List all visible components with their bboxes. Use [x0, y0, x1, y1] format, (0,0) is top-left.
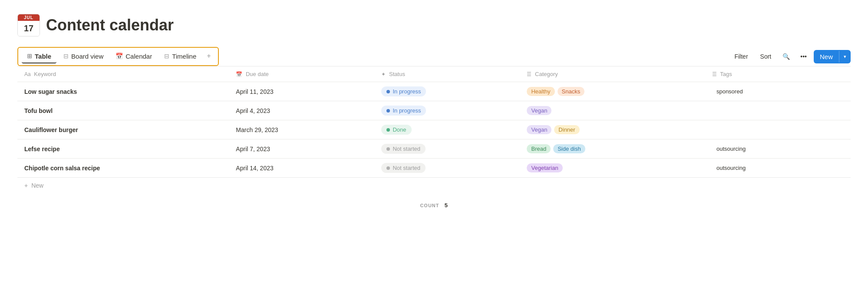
table-row[interactable]: Tofu bowlApril 4, 2023In progressVegan — [17, 101, 851, 120]
col-tags[interactable]: ☰ Tags — [705, 66, 851, 82]
col-keyword[interactable]: Aa Keyword — [17, 66, 229, 82]
category-tag[interactable]: Side dish — [553, 144, 585, 153]
tag-item[interactable]: sponsored — [712, 87, 747, 96]
status-cell[interactable]: Done — [374, 120, 520, 139]
new-button-dropdown-icon[interactable]: ▾ — [839, 51, 851, 63]
tab-board-label: Board view — [71, 53, 103, 60]
new-button-label: New — [814, 50, 839, 63]
category-cell: Vegan — [520, 101, 705, 120]
status-col-icon: ✦ — [381, 71, 386, 77]
tab-table[interactable]: ⊞ Table — [22, 50, 56, 63]
due-date-cell: March 29, 2023 — [229, 120, 374, 139]
keyword-cell[interactable]: Chipotle corn salsa recipe — [17, 159, 229, 178]
calendar-tab-icon: 📅 — [116, 53, 123, 60]
due-date-cell: April 4, 2023 — [229, 101, 374, 120]
tags-cell: sponsored — [705, 82, 851, 101]
status-dot-icon — [386, 109, 390, 113]
keyword-col-icon: Aa — [24, 71, 31, 77]
status-col-label: Status — [389, 71, 405, 77]
view-tabs: ⊞ Table ⊟ Board view 📅 Calendar ⊟ Timeli… — [17, 47, 219, 66]
filter-button[interactable]: Filter — [730, 50, 752, 63]
tags-cell: outsourcing — [705, 139, 851, 159]
due-date-cell: April 11, 2023 — [229, 82, 374, 101]
category-tag[interactable]: Vegan — [527, 125, 551, 134]
category-cell: HealthySnacks — [520, 82, 705, 101]
new-button[interactable]: New ▾ — [814, 50, 851, 63]
status-badge: Not started — [381, 163, 426, 173]
search-icon[interactable]: 🔍 — [779, 50, 793, 63]
category-tag[interactable]: Vegetarian — [527, 163, 562, 172]
keyword-cell[interactable]: Low sugar snacks — [17, 82, 229, 101]
status-cell[interactable]: In progress — [374, 101, 520, 120]
tags-cell — [705, 120, 851, 139]
due-date-col-label: Due date — [246, 71, 269, 77]
tab-calendar-label: Calendar — [125, 53, 152, 60]
status-cell[interactable]: Not started — [374, 159, 520, 178]
category-tag[interactable]: Bread — [527, 144, 551, 153]
keyword-cell[interactable]: Tofu bowl — [17, 101, 229, 120]
tab-timeline-label: Timeline — [172, 53, 196, 60]
table-row[interactable]: Cauliflower burgerMarch 29, 2023DoneVega… — [17, 120, 851, 139]
table-wrapper: Aa Keyword 📅 Due date ✦ Status ☰ Categor… — [17, 66, 851, 217]
sort-label: Sort — [760, 53, 772, 60]
keyword-col-label: Keyword — [34, 71, 56, 77]
status-cell[interactable]: Not started — [374, 139, 520, 159]
category-tag[interactable]: Snacks — [558, 87, 585, 96]
page-title: Content calendar — [46, 16, 174, 34]
add-row-plus-icon: + — [24, 182, 28, 189]
category-cell: BreadSide dish — [520, 139, 705, 159]
category-tag[interactable]: Dinner — [554, 125, 579, 134]
tab-timeline[interactable]: ⊟ Timeline — [159, 50, 201, 63]
tab-table-label: Table — [35, 53, 51, 60]
tab-calendar[interactable]: 📅 Calendar — [110, 50, 157, 63]
due-date-col-icon: 📅 — [236, 71, 242, 77]
status-cell[interactable]: In progress — [374, 82, 520, 101]
status-badge: In progress — [381, 86, 426, 96]
add-row-label: New — [31, 182, 43, 189]
col-category[interactable]: ☰ Category — [520, 66, 705, 82]
add-tab-button[interactable]: + — [203, 50, 214, 63]
status-dot-icon — [386, 147, 390, 151]
tag-item[interactable]: outsourcing — [712, 144, 750, 153]
category-col-label: Category — [535, 71, 558, 77]
board-icon: ⊟ — [63, 53, 69, 60]
col-due-date[interactable]: 📅 Due date — [229, 66, 374, 82]
status-badge: Done — [381, 125, 411, 135]
category-cell: VeganDinner — [520, 120, 705, 139]
add-new-row[interactable]: + New — [17, 178, 851, 193]
calendar-month: JUL — [18, 14, 40, 21]
tags-col-icon: ☰ — [712, 71, 717, 77]
content-table: Aa Keyword 📅 Due date ✦ Status ☰ Categor… — [17, 66, 851, 178]
tag-item[interactable]: outsourcing — [712, 163, 750, 172]
tags-cell — [705, 101, 851, 120]
keyword-cell[interactable]: Lefse recipe — [17, 139, 229, 159]
keyword-cell[interactable]: Cauliflower burger — [17, 120, 229, 139]
col-status[interactable]: ✦ Status — [374, 66, 520, 82]
table-row[interactable]: Chipotle corn salsa recipeApril 14, 2023… — [17, 159, 851, 178]
due-date-cell: April 14, 2023 — [229, 159, 374, 178]
count-label: COUNT — [420, 203, 439, 208]
page-header: JUL 17 Content calendar — [17, 14, 851, 36]
toolbar-right: Filter Sort 🔍 ••• New ▾ — [730, 50, 851, 63]
tab-board-view[interactable]: ⊟ Board view — [58, 50, 109, 63]
category-cell: Vegetarian — [520, 159, 705, 178]
due-date-cell: April 7, 2023 — [229, 139, 374, 159]
status-badge: Not started — [381, 144, 426, 154]
filter-label: Filter — [734, 53, 748, 60]
table-row[interactable]: Low sugar snacksApril 11, 2023In progres… — [17, 82, 851, 101]
calendar-day: 17 — [18, 21, 40, 36]
sort-button[interactable]: Sort — [756, 50, 776, 63]
status-badge: In progress — [381, 106, 426, 116]
category-tag[interactable]: Vegan — [527, 106, 551, 115]
table-icon: ⊞ — [27, 53, 32, 60]
count-value: 5 — [445, 202, 448, 209]
calendar-icon: JUL 17 — [17, 14, 40, 36]
more-options-icon[interactable]: ••• — [797, 50, 810, 63]
timeline-icon: ⊟ — [164, 53, 169, 60]
tags-col-label: Tags — [720, 71, 732, 77]
category-col-icon: ☰ — [527, 71, 531, 77]
category-tag[interactable]: Healthy — [527, 87, 554, 96]
table-row[interactable]: Lefse recipeApril 7, 2023Not startedBrea… — [17, 139, 851, 159]
status-dot-icon — [386, 166, 390, 170]
view-tabs-container: ⊞ Table ⊟ Board view 📅 Calendar ⊟ Timeli… — [17, 47, 851, 66]
